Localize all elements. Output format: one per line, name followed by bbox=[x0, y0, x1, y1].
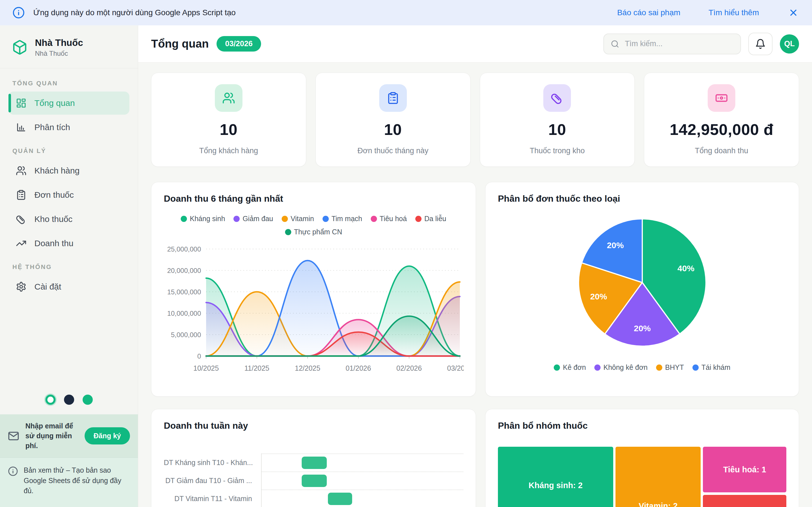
legend-label: Không kê đơn bbox=[603, 363, 648, 372]
pie-chart-panel: Phân bổ đơn thuốc theo loại 40%20%20%20%… bbox=[485, 182, 799, 397]
trend-up-icon bbox=[16, 238, 27, 249]
legend-item-thuc-pham-cn[interactable]: Thực phẩm CN bbox=[285, 228, 342, 236]
gantt-row-label: DT Giảm đau T10 - Giảm ... bbox=[164, 476, 261, 485]
nav-section-label: HỆ THỐNG bbox=[12, 263, 125, 271]
legend-item-bhyt[interactable]: BHYT bbox=[656, 363, 684, 372]
sidebar-item-label: Đơn thuốc bbox=[35, 190, 74, 200]
legend-item-ke-don[interactable]: Kê đơn bbox=[554, 363, 586, 372]
app-title: Nhà Thuốc bbox=[35, 37, 83, 48]
theme-dot-dark[interactable] bbox=[64, 395, 74, 405]
signup-button[interactable]: Đăng ký bbox=[85, 427, 130, 445]
nav-section-label: TỔNG QUAN bbox=[12, 80, 125, 87]
sidebar-item-tong-quan[interactable]: Tổng quan bbox=[8, 92, 130, 115]
users-icon bbox=[16, 165, 27, 176]
svg-text:20%: 20% bbox=[590, 292, 607, 301]
legend-item-khang-sinh[interactable]: Kháng sinh bbox=[181, 215, 225, 223]
avatar[interactable]: QL bbox=[780, 34, 799, 54]
app-window: Ứng dụng này do một người dùng Google Ap… bbox=[0, 0, 812, 507]
stat-label: Tổng khách hàng bbox=[199, 147, 258, 155]
legend-item-khong-ke-don[interactable]: Không kê đơn bbox=[594, 363, 648, 372]
app-logo-block: Nhà Thuốc Nhà Thuốc bbox=[0, 25, 138, 68]
legend-item-vitamin[interactable]: Vitamin bbox=[282, 215, 314, 223]
svg-text:20,000,000: 20,000,000 bbox=[167, 267, 201, 274]
legend-dot bbox=[285, 229, 291, 235]
legend-label: BHYT bbox=[665, 363, 684, 372]
month-badge: 03/2026 bbox=[216, 36, 261, 52]
prescription-pie-chart: 40%20%20%20% bbox=[576, 216, 709, 349]
legend-dot bbox=[282, 216, 288, 222]
treemap-rect-label: Tiêu hoá: 1 bbox=[723, 465, 766, 474]
learn-more-link[interactable]: Tìm hiểu thêm bbox=[709, 8, 759, 17]
sidebar: Nhà Thuốc Nhà Thuốc TỔNG QUANTổng quanPh… bbox=[0, 25, 138, 507]
line-chart-legend: Kháng sinhGiảm đauVitaminTim mạchTiêu ho… bbox=[171, 215, 456, 236]
treemap-title: Phân bổ nhóm thuốc bbox=[498, 420, 786, 431]
pie-chart-title: Phân bổ đơn thuốc theo loại bbox=[498, 193, 786, 204]
stat-label: Thuốc trong kho bbox=[530, 147, 585, 155]
gantt-row-label: DT Kháng sinh T10 - Khán... bbox=[164, 459, 261, 467]
theme-dot-white[interactable] bbox=[45, 395, 56, 405]
clipboard-icon bbox=[16, 189, 27, 200]
close-banner-icon[interactable] bbox=[787, 6, 800, 19]
weekly-revenue-panel: Doanh thu tuần này DT Kháng sinh T10 - K… bbox=[151, 409, 476, 507]
svg-text:11/2025: 11/2025 bbox=[245, 364, 269, 372]
info-icon bbox=[12, 6, 25, 19]
sidebar-item-label: Doanh thu bbox=[35, 238, 73, 248]
sidebar-item-khach-hang[interactable]: Khách hàng bbox=[8, 159, 130, 182]
svg-text:03/2026: 03/2026 bbox=[447, 364, 464, 372]
svg-text:20%: 20% bbox=[607, 240, 624, 250]
sidebar-item-label: Kho thuốc bbox=[35, 214, 72, 224]
svg-text:01/2026: 01/2026 bbox=[346, 364, 371, 372]
svg-text:25,000,000: 25,000,000 bbox=[167, 245, 201, 253]
sidebar-item-cai-dat[interactable]: Cài đặt bbox=[8, 275, 130, 298]
stat-card-don-thuoc-thang-nay: 10Đơn thuốc tháng này bbox=[315, 73, 470, 167]
stat-icon-tile bbox=[379, 84, 407, 112]
notifications-button[interactable] bbox=[748, 33, 772, 55]
sidebar-item-label: Tổng quan bbox=[35, 98, 75, 108]
report-abuse-link[interactable]: Báo cáo sai phạm bbox=[617, 8, 680, 17]
svg-text:5,000,000: 5,000,000 bbox=[171, 331, 201, 339]
sidebar-item-doanh-thu[interactable]: Doanh thu bbox=[8, 232, 130, 255]
stat-value: 142,950,000 đ bbox=[670, 120, 773, 138]
sidebar-item-don-thuoc[interactable]: Đơn thuốc bbox=[8, 183, 130, 207]
stat-card-tong-doanh-thu: 142,950,000 đTổng doanh thu bbox=[644, 73, 799, 167]
sidebar-item-kho-thuoc[interactable]: Kho thuốc bbox=[8, 208, 130, 231]
sidebar-item-phan-tich[interactable]: Phân tích bbox=[8, 116, 130, 139]
search-input[interactable] bbox=[624, 39, 733, 48]
cube-logo-icon bbox=[12, 40, 28, 55]
svg-text:40%: 40% bbox=[677, 264, 694, 273]
legend-item-tim-mach[interactable]: Tim mạch bbox=[322, 215, 362, 223]
legend-dot bbox=[594, 364, 601, 371]
legend-item-da-lieu[interactable]: Da liễu bbox=[415, 215, 446, 223]
legend-label: Giảm đau bbox=[243, 215, 273, 223]
svg-text:15,000,000: 15,000,000 bbox=[167, 288, 201, 296]
legend-label: Tiêu hoá bbox=[380, 215, 407, 223]
treemap-rect bbox=[703, 495, 786, 507]
gantt-row-plot bbox=[261, 453, 463, 471]
gear-icon bbox=[16, 281, 27, 292]
pie-chart-legend: Kê đơnKhông kê đơnBHYTTái khám bbox=[500, 363, 784, 372]
sidebar-item-label: Phân tích bbox=[35, 122, 70, 132]
line-chart-title: Doanh thu 6 tháng gần nhất bbox=[164, 193, 463, 204]
stat-cards-row: 10Tổng khách hàng10Đơn thuốc tháng này10… bbox=[151, 73, 799, 167]
stat-card-thuoc-trong-kho: 10Thuốc trong kho bbox=[480, 73, 635, 167]
drug-group-treemap: Kháng sinh: 2Vitamin: 2Tiêu hoá: 1 bbox=[498, 447, 786, 507]
nav-section-label: QUẢN LÝ bbox=[12, 147, 125, 155]
legend-dot bbox=[554, 364, 560, 371]
stat-value: 10 bbox=[384, 120, 402, 138]
legend-item-giam-dau[interactable]: Giảm đau bbox=[234, 215, 273, 223]
app-subtitle: Nhà Thuốc bbox=[35, 50, 83, 57]
treemap-rect-label: Vitamin: 2 bbox=[639, 501, 677, 507]
legend-item-tai-kham[interactable]: Tái khám bbox=[693, 363, 730, 372]
svg-text:0: 0 bbox=[197, 352, 201, 360]
legend-dot bbox=[322, 216, 329, 222]
info-circle-icon bbox=[8, 466, 18, 476]
treemap-panel: Phân bổ nhóm thuốc Kháng sinh: 2Vitamin:… bbox=[485, 409, 799, 507]
gantt-row-dt-vitamin-t11-vitamin: DT Vitamin T11 - Vitamin bbox=[164, 490, 463, 507]
theme-dot-green[interactable] bbox=[83, 395, 93, 405]
page-header: Tổng quan 03/2026 QL bbox=[138, 25, 812, 62]
legend-label: Vitamin bbox=[291, 215, 314, 223]
legend-item-tieu-hoa[interactable]: Tiêu hoá bbox=[371, 215, 407, 223]
gantt-row-plot bbox=[261, 471, 463, 490]
mail-icon bbox=[8, 431, 19, 442]
treemap-rect-vitamin-2: Vitamin: 2 bbox=[615, 447, 701, 507]
